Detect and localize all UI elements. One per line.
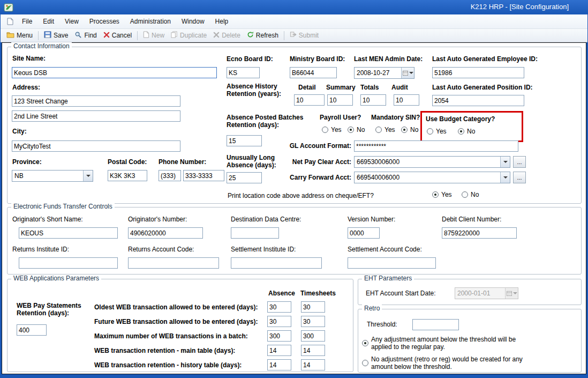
menu-edit[interactable]: Edit <box>37 16 59 27</box>
ecno-board-id-input[interactable] <box>227 67 260 78</box>
web-row4-timesheets-input[interactable] <box>301 359 325 370</box>
menu-button[interactable]: Menu <box>3 30 36 41</box>
retro-option1-label: Any adjustment amount below the threshol… <box>371 336 529 351</box>
web-row2-timesheets-input[interactable] <box>301 330 325 342</box>
address-line1-input[interactable] <box>12 95 180 107</box>
last-employee-id-input[interactable] <box>432 67 524 78</box>
web-row1-absence-input[interactable] <box>267 316 291 327</box>
ministry-board-id-label: Ministry Board ID: <box>290 55 345 63</box>
web-row3-timesheets-input[interactable] <box>301 345 325 356</box>
unusually-long-absence-input[interactable] <box>227 172 262 183</box>
toolbar: Menu Save Find Cancel New Duplicate Dele… <box>1 29 587 42</box>
menu-window[interactable]: Window <box>176 16 210 27</box>
app-icon <box>4 3 13 12</box>
contact-information-group: Contact Information Site Name: Address: … <box>7 47 582 204</box>
province-label: Province: <box>12 158 42 166</box>
absence-column-header: Absence <box>268 290 295 297</box>
ministry-board-id-input[interactable] <box>290 67 337 78</box>
settlement-institute-id-input[interactable] <box>231 257 322 269</box>
city-input[interactable] <box>12 140 180 152</box>
toolbar-separator <box>137 31 138 40</box>
window-title: K212 HRP - [Site Configuration] <box>471 3 569 11</box>
province-select[interactable]: NB <box>12 170 93 182</box>
save-button[interactable]: Save <box>41 30 71 41</box>
net-pay-clear-acct-label: Net Pay Clear Acct: <box>273 158 351 166</box>
gl-account-format-input[interactable] <box>354 140 518 152</box>
carry-forward-acct-label: Carry Forward Acct: <box>273 174 351 181</box>
print-location-no-radio[interactable]: No <box>462 191 479 198</box>
debit-client-number-input[interactable] <box>442 227 517 239</box>
chevron-down-icon[interactable] <box>83 171 93 181</box>
phone-number-input[interactable] <box>183 170 224 181</box>
payroll-user-no-radio[interactable]: No <box>348 126 365 134</box>
chevron-down-icon[interactable] <box>500 172 510 183</box>
settlement-account-code-input[interactable] <box>348 257 436 269</box>
audit-input[interactable] <box>394 94 419 106</box>
originators-short-name-label: Originator's Short Name: <box>12 216 83 223</box>
submit-icon <box>290 31 297 40</box>
duplicate-button-label: Duplicate <box>180 32 207 39</box>
destination-data-centre-input[interactable] <box>231 227 279 239</box>
menu-administration[interactable]: Administration <box>125 16 176 27</box>
version-number-input[interactable] <box>348 227 380 239</box>
eht-account-start-date-picker: 2000-01-01 <box>455 287 518 299</box>
menu-help[interactable]: Help <box>210 16 234 27</box>
net-pay-clear-acct-select[interactable]: 669530006000 <box>354 156 510 168</box>
postal-code-input[interactable] <box>108 170 147 181</box>
web-pay-statements-retention-label: WEB Pay Statements Retention (days): <box>17 302 97 317</box>
last-position-id-input[interactable] <box>432 95 524 106</box>
version-number-label: Version Number: <box>348 216 395 223</box>
payroll-user-yes-radio[interactable]: Yes <box>322 126 342 134</box>
radio-label: Yes <box>385 126 395 134</box>
new-button: New <box>140 30 168 41</box>
carry-forward-browse-button[interactable]: ... <box>513 172 526 183</box>
radio-circle <box>458 128 464 135</box>
group-title-retro: Retro <box>362 305 382 312</box>
chevron-down-icon[interactable] <box>500 157 510 167</box>
address-label: Address: <box>12 84 40 91</box>
detail-input[interactable] <box>294 94 325 106</box>
retro-option2-radio[interactable] <box>362 360 368 366</box>
address-line2-input[interactable] <box>12 110 180 122</box>
search-icon <box>74 31 82 40</box>
web-pay-statements-retention-input[interactable] <box>17 324 47 336</box>
print-location-yes-radio[interactable]: Yes <box>432 191 452 198</box>
radio-circle <box>462 191 468 198</box>
net-pay-browse-button[interactable]: ... <box>513 156 526 168</box>
refresh-button[interactable]: Refresh <box>244 30 282 41</box>
calendar-icon[interactable] <box>401 68 414 78</box>
web-row4-absence-input[interactable] <box>267 359 291 370</box>
retro-option1-radio[interactable] <box>362 340 368 346</box>
menu-file[interactable]: File <box>17 16 37 27</box>
mandatory-sin-no-radio[interactable]: No <box>401 126 418 134</box>
web-row0-absence-input[interactable] <box>267 301 291 313</box>
cancel-button[interactable]: Cancel <box>100 31 135 41</box>
phone-area-input[interactable] <box>159 170 181 181</box>
threshold-input[interactable] <box>412 319 459 330</box>
carry-forward-acct-select[interactable]: 669540006000 <box>354 172 510 183</box>
site-name-input[interactable] <box>12 67 217 78</box>
absence-posted-batches-input[interactable] <box>227 135 262 146</box>
web-row0-timesheets-input[interactable] <box>301 301 325 313</box>
phone-number-label: Phone Number: <box>159 158 206 166</box>
new-button-label: New <box>152 32 164 39</box>
menu-view[interactable]: View <box>59 16 84 27</box>
toolbar-separator <box>38 31 39 40</box>
menu-processes[interactable]: Processes <box>84 16 125 27</box>
summary-input[interactable] <box>327 94 353 106</box>
find-button[interactable]: Find <box>71 30 100 41</box>
returns-institute-id-input[interactable] <box>19 257 118 269</box>
use-budget-category-no-radio[interactable]: No <box>458 128 475 135</box>
mandatory-sin-yes-radio[interactable]: Yes <box>375 126 395 134</box>
web-row2-absence-input[interactable] <box>267 330 291 342</box>
use-budget-category-yes-radio[interactable]: Yes <box>427 128 447 135</box>
last-men-admin-date-picker[interactable]: 2008-10-27 <box>354 67 414 79</box>
returns-account-code-input[interactable] <box>128 257 219 269</box>
originators-short-name-input[interactable] <box>19 227 118 239</box>
totals-input[interactable] <box>360 94 386 106</box>
document-icon[interactable] <box>4 17 17 26</box>
eft-controls-group: Electronic Funds Transfer Controls Origi… <box>7 207 582 275</box>
originators-number-input[interactable] <box>128 227 203 239</box>
web-row3-absence-input[interactable] <box>267 345 291 356</box>
web-row1-timesheets-input[interactable] <box>301 316 325 327</box>
